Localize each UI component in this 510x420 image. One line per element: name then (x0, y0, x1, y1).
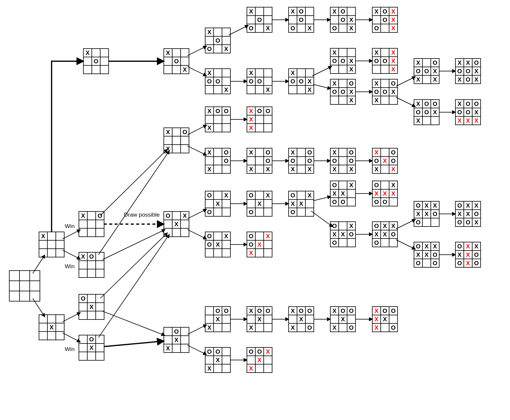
cell: X (414, 210, 422, 218)
cell: X (381, 189, 389, 198)
mark-x: X (207, 166, 211, 172)
cell: X (472, 108, 481, 116)
cell (381, 79, 389, 88)
cell (172, 136, 181, 145)
mark-x: X (332, 149, 336, 156)
cell: X (330, 323, 339, 332)
mark-x: X (249, 70, 253, 76)
mark-o: O (374, 88, 379, 95)
cell (79, 311, 87, 320)
cell (264, 124, 272, 132)
cell: X (214, 315, 222, 323)
edge (63, 230, 81, 239)
cell: X (372, 315, 381, 323)
edge (103, 230, 165, 260)
cell (205, 249, 214, 257)
cell (222, 36, 230, 45)
cell (297, 24, 305, 32)
cell (297, 69, 305, 77)
cell: X (347, 181, 356, 189)
ttt-board: OXXXXOOOX (455, 201, 481, 227)
cell: O (464, 67, 472, 75)
cell (247, 315, 255, 323)
mark-x: X (266, 192, 270, 199)
cell: X (455, 58, 464, 67)
cell: X (431, 67, 439, 75)
ttt-board: OXXXOO (330, 181, 356, 206)
cell (87, 269, 96, 278)
mark-o: O (89, 336, 94, 343)
cell: O (339, 57, 347, 65)
cell: X (455, 210, 464, 218)
cell: X (247, 307, 255, 315)
mark-o: O (391, 324, 396, 331)
mark-o: O (257, 108, 262, 114)
cell: O (347, 230, 356, 238)
mark-o: O (257, 348, 262, 355)
cell: X (289, 307, 297, 315)
cell: O (205, 232, 214, 240)
mark-o: O (474, 260, 479, 266)
mark-o: O (382, 8, 387, 15)
cell (222, 240, 230, 249)
edge-label: Win (65, 346, 75, 352)
edge (188, 125, 207, 135)
cell: O (330, 157, 339, 165)
cell (289, 86, 297, 94)
edge (229, 25, 249, 35)
mark-x: X (299, 316, 303, 322)
cell: X (414, 58, 422, 67)
mark-x: X (224, 192, 228, 199)
cell (347, 238, 356, 247)
cell (214, 191, 222, 200)
mark-x: X (216, 200, 220, 207)
cell: X (289, 69, 297, 77)
mark-x: X (458, 59, 461, 66)
mark-o: O (224, 149, 229, 156)
mark-o: O (299, 16, 304, 23)
ttt-board: OXXO (247, 191, 272, 217)
cell: X (79, 212, 87, 220)
cell (339, 323, 347, 332)
mark-o: O (391, 80, 396, 87)
mark-o: O (457, 243, 462, 250)
cell (247, 86, 255, 94)
mark-o: O (374, 199, 379, 205)
mark-o: O (257, 16, 262, 23)
cell: X (289, 165, 297, 173)
cell (222, 347, 230, 356)
cell: X (164, 344, 172, 352)
mark-o: O (224, 158, 229, 164)
mark-x: X (216, 357, 220, 363)
mark-x: X (249, 166, 253, 172)
cell (381, 65, 389, 74)
cell: X (289, 7, 297, 16)
cell: O (372, 88, 381, 96)
cell (339, 157, 347, 165)
mark-x: X (174, 337, 178, 343)
mark-x: X (458, 211, 461, 217)
mark-x: X (174, 221, 178, 227)
edge (188, 345, 207, 355)
mark-o: O (215, 308, 220, 314)
cell: X (389, 7, 398, 16)
mark-o: O (374, 158, 379, 164)
cell (181, 145, 189, 153)
mark-x: X (224, 233, 228, 239)
mark-o: O (224, 108, 229, 114)
cell (79, 352, 87, 360)
cell: O (431, 259, 439, 267)
cell: X (389, 165, 398, 173)
cell (264, 323, 272, 332)
cell (297, 148, 305, 157)
edge (100, 149, 168, 215)
mark-x: X (391, 223, 395, 229)
cell (264, 364, 272, 373)
mark-o: O (466, 68, 470, 74)
cell: O (414, 242, 422, 250)
cell: X (181, 65, 189, 74)
cell: O (389, 148, 398, 157)
cell (305, 69, 314, 77)
ttt-board: OXXXXOOXO (455, 242, 481, 268)
cell: X (414, 116, 422, 125)
